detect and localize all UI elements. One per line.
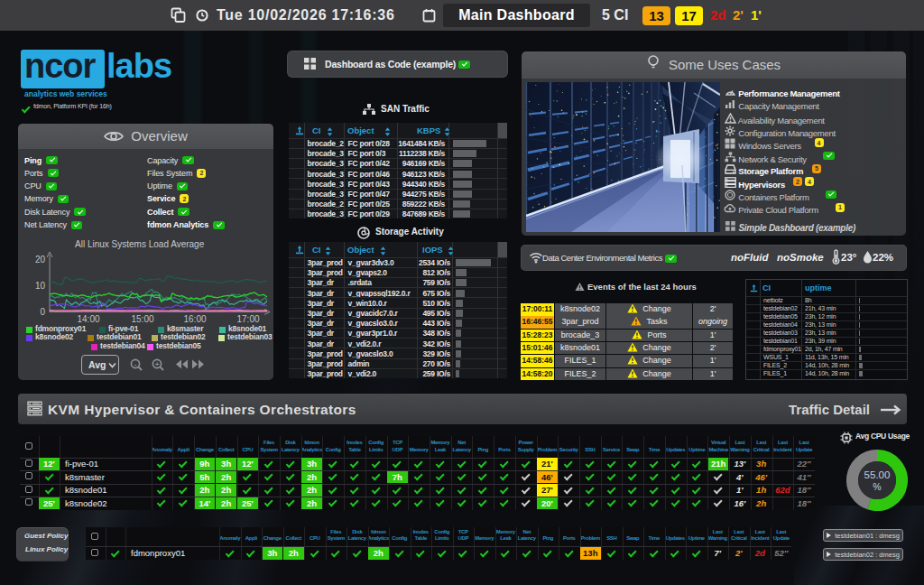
svg-text:%: % xyxy=(873,481,881,492)
svg-text:-: - xyxy=(134,360,137,368)
svg-text:14:00: 14:00 xyxy=(77,314,99,324)
svg-text:15:00: 15:00 xyxy=(131,314,153,324)
svg-text:0: 0 xyxy=(40,307,45,317)
svg-text:16:00: 16:00 xyxy=(183,314,206,324)
svg-text:10: 10 xyxy=(35,281,46,291)
svg-text:+: + xyxy=(155,360,160,368)
svg-text:55.00: 55.00 xyxy=(864,469,891,480)
svg-text:20: 20 xyxy=(35,255,46,265)
svg-text:17:00: 17:00 xyxy=(236,314,259,324)
